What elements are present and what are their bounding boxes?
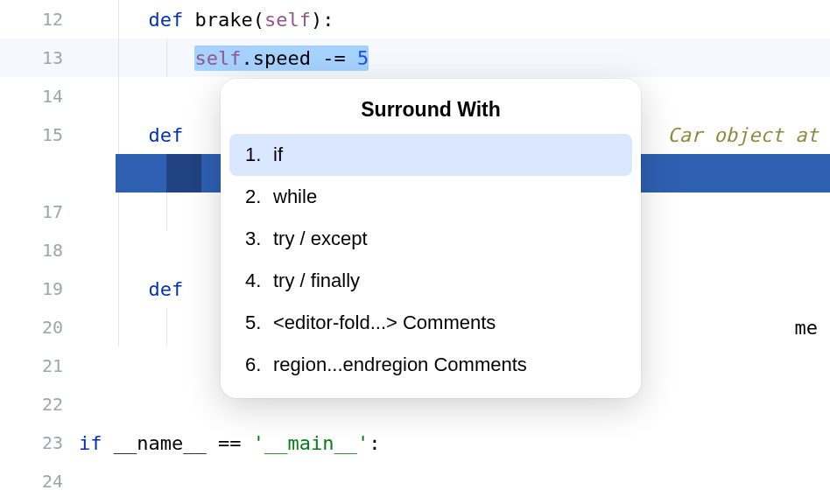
popup-item-label: region...endregion Comments (273, 354, 527, 376)
string-literal: '__main__' (253, 432, 369, 454)
popup-item-number: 4. (245, 270, 264, 292)
line-number: 21 (0, 355, 79, 376)
line-number: 20 (0, 317, 79, 338)
line-number: 18 (0, 240, 79, 261)
line-number: 17 (0, 201, 79, 222)
number-literal: 5 (357, 47, 369, 69)
popup-item-label: try / finally (273, 270, 360, 292)
code-line[interactable]: 23 if __name__ == '__main__': (0, 424, 830, 462)
line-number: 12 (0, 9, 79, 30)
line-number: 24 (0, 471, 79, 492)
line-number: 22 (0, 394, 79, 415)
param-self: self (264, 9, 311, 31)
popup-item-6[interactable]: 6.region...endregion Comments (229, 344, 632, 386)
code-fragment: me (795, 317, 819, 339)
inline-comment: Car object at (668, 124, 830, 146)
popup-item-1[interactable]: 1.if (229, 134, 632, 176)
popup-item-label: if (273, 144, 283, 166)
code-line[interactable]: 24 (0, 462, 830, 500)
popup-item-number: 6. (245, 354, 264, 376)
popup-item-number: 3. (245, 228, 264, 250)
code-line[interactable]: 12 def brake(self): (0, 0, 830, 38)
keyword-def: def (148, 278, 183, 300)
popup-item-4[interactable]: 4.try / finally (229, 260, 632, 302)
line-number: 23 (0, 432, 79, 453)
popup-item-3[interactable]: 3.try / except (229, 218, 632, 260)
popup-item-label: while (273, 186, 317, 208)
func-name: brake (183, 9, 252, 31)
selection: self.speed -= 5 (194, 46, 369, 71)
code-editor[interactable]: 12 def brake(self): 13 self.speed -= 5 1… (0, 0, 830, 504)
popup-title: Surround With (229, 89, 632, 134)
line-number: 15 (0, 124, 79, 145)
line-number: 14 (0, 86, 79, 107)
popup-item-2[interactable]: 2.while (229, 176, 632, 218)
popup-item-5[interactable]: 5.<editor-fold...> Comments (229, 302, 632, 344)
popup-list: 1.if2.while3.try / except4.try / finally… (229, 134, 632, 386)
line-number: 13 (0, 47, 79, 68)
popup-item-label: <editor-fold...> Comments (273, 312, 496, 334)
token-self: self (194, 47, 241, 69)
popup-item-label: try / except (273, 228, 368, 250)
popup-item-number: 2. (245, 186, 264, 208)
popup-item-number: 5. (245, 312, 264, 334)
keyword-def: def (148, 124, 183, 146)
popup-item-number: 1. (245, 144, 264, 166)
code-line[interactable]: 13 self.speed -= 5 (0, 38, 830, 77)
keyword-def: def (148, 9, 183, 31)
keyword-if: if (79, 432, 102, 454)
surround-with-popup: Surround With 1.if2.while3.try / except4… (221, 79, 641, 398)
line-number: 19 (0, 278, 79, 299)
